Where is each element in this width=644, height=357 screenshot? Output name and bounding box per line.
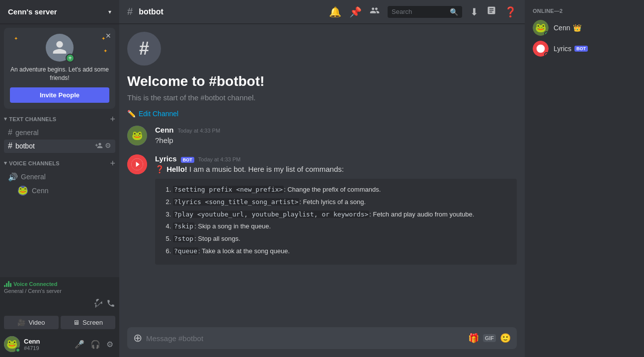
voice-channel-general[interactable]: 🔊 General [4, 170, 115, 184]
voice-member-cenn[interactable]: 🐸 Cenn [4, 184, 115, 197]
member-name-cenn: Cenn 👑 [554, 24, 581, 32]
online-status-dot [15, 348, 20, 353]
voice-deafen-icon[interactable] [93, 299, 102, 310]
lyrics-author: Lyrics [155, 154, 177, 163]
inbox-icon[interactable] [486, 5, 496, 18]
emoji-icon[interactable]: 🙂 [500, 333, 511, 344]
lyrics-time: Today at 4:33 PM [198, 156, 241, 162]
channel-hash-icon: # [127, 6, 133, 17]
member-lyrics[interactable]: Lyrics BOT [529, 39, 640, 59]
add-member-icon[interactable] [95, 142, 103, 151]
frog-icon: 🐸 [127, 126, 147, 145]
member-name-lyrics: Lyrics BOT [554, 45, 588, 53]
gift-icon[interactable]: 🎁 [468, 333, 479, 344]
headphones-icon[interactable]: 🎧 [88, 338, 102, 351]
add-icon: + [66, 54, 75, 63]
search-input[interactable] [392, 8, 447, 15]
voice-connected-status: Voice Connected [4, 281, 115, 287]
add-channel-icon[interactable]: + [110, 115, 115, 124]
lyrics-message-content: ❓ Hello! I am a music bot. Here is my li… [155, 164, 517, 175]
channel-header-name: botbot [139, 7, 163, 16]
messages-list: 🐸 Cenn Today at 4:33 PM ?help [119, 126, 525, 273]
crown-icon: 👑 [573, 24, 581, 32]
video-label: Video [28, 319, 45, 326]
user-bar: 🐸 Cenn #4719 🎤 🎧 ⚙ [0, 331, 119, 357]
settings-icon[interactable]: ⚙ [104, 338, 115, 351]
cenn-small-avatar: 🐸 [18, 186, 28, 196]
voice-member-avatar: 🐸 [18, 186, 28, 196]
message-time: Today at 4:33 PM [178, 128, 221, 134]
pin-icon[interactable]: 📌 [349, 6, 362, 18]
voice-channel-name: General [21, 173, 111, 181]
pencil-icon: ✏️ [127, 110, 136, 118]
person-icon [52, 40, 68, 56]
welcome-sub: This is the start of the #botbot channel… [127, 93, 517, 102]
member-cenn[interactable]: 🐸 Cenn 👑 [529, 18, 640, 38]
gif-button[interactable]: GIF [483, 334, 496, 342]
screen-button[interactable]: 🖥 Screen [61, 316, 115, 329]
speaker-icon: 🔊 [8, 172, 18, 182]
message-input-area: ⊕ 🎁 GIF 🙂 [119, 327, 525, 357]
hash-symbol: # [139, 38, 149, 59]
dnd-dot [544, 52, 549, 57]
search-icon: 🔍 [450, 8, 458, 16]
message-author: Cenn [155, 126, 174, 134]
channel-name-2: botbot [15, 142, 92, 150]
right-sidebar: ONLINE—2 🐸 Cenn 👑 Lyrics BOT [525, 0, 644, 357]
add-content-icon[interactable]: ⊕ [133, 332, 142, 345]
text-channels-header[interactable]: ▾ Text Channels + [0, 113, 119, 126]
search-box[interactable]: 🔍 [388, 6, 462, 18]
channel-welcome: # Welcome to #botbot! This is the start … [119, 32, 525, 126]
members-icon[interactable] [370, 5, 380, 18]
lyrics-member-avatar [533, 41, 549, 57]
online-dot [544, 31, 549, 36]
commands-list: ?setting prefix <new_prefix>: Change the… [163, 185, 509, 257]
notification-bell-icon[interactable]: 🔔 [329, 6, 341, 18]
message-body-2: Lyrics BOT Today at 4:33 PM ❓ Hello! I a… [155, 154, 517, 265]
hash-icon-2: # [8, 142, 12, 150]
gear-icon[interactable]: ⚙ [105, 142, 111, 151]
edit-channel-label: Edit Channel [139, 110, 178, 118]
help-icon[interactable]: ❓ [504, 6, 517, 18]
cenn-member-avatar: 🐸 [533, 20, 549, 36]
text-channels-section: ▾ Text Channels + # general # botbot [0, 113, 119, 153]
channel-header: # botbot 🔔 📌 🔍 ⬇ ❓ [119, 0, 525, 24]
sparkle-icon-tr: ✦ [101, 36, 105, 41]
chevron-icon-voice: ▾ [4, 160, 7, 166]
lyrics-avatar [127, 154, 147, 174]
screen-icon: 🖥 [73, 319, 80, 326]
user-bar-info: Cenn #4719 [24, 338, 69, 351]
discord-icon [536, 44, 546, 54]
phone-disconnect-icon[interactable] [106, 299, 115, 310]
welcome-hash-icon: # [127, 32, 161, 66]
hello-bold: Hello! [166, 165, 187, 173]
header-actions: 🔔 📌 🔍 ⬇ ❓ [329, 5, 517, 18]
svg-point-1 [537, 45, 545, 53]
main-content: # botbot 🔔 📌 🔍 ⬇ ❓ [119, 0, 525, 357]
channel-name: general [15, 129, 111, 137]
onboarding-card: ✕ ✦ ✦ + ✦ An adventure begins. Let's add… [4, 28, 115, 109]
voice-channels-header[interactable]: ▾ Voice Channels + [0, 157, 119, 170]
microphone-icon[interactable]: 🎤 [73, 338, 86, 351]
user-bar-name: Cenn [24, 338, 69, 345]
download-icon[interactable]: ⬇ [470, 6, 479, 18]
server-header[interactable]: Cenn's server ▾ [0, 0, 119, 24]
sparkle-icon-bl: ✦ [103, 48, 107, 54]
channel-botbot[interactable]: # botbot ⚙ [4, 140, 115, 153]
invite-people-button[interactable]: Invite People [10, 87, 109, 103]
video-button[interactable]: 🎥 Video [4, 316, 59, 329]
add-voice-channel-icon[interactable]: + [110, 159, 115, 168]
user-avatar: 🐸 [4, 336, 20, 352]
avatar-area: ✦ ✦ + ✦ [10, 34, 109, 62]
sparkle-icon: ✦ [14, 36, 18, 41]
sidebar-content: ✕ ✦ ✦ + ✦ An adventure begins. Let's add… [0, 24, 119, 277]
message-input[interactable] [146, 329, 464, 348]
edit-channel-button[interactable]: ✏️ Edit Channel [127, 110, 178, 118]
question-mark: ❓ [155, 165, 164, 173]
voice-bars-icon [4, 281, 11, 287]
onboarding-text: An adventure begins. Let's add some frie… [10, 66, 109, 82]
online-header: ONLINE—2 [529, 8, 640, 14]
channel-general[interactable]: # general [4, 126, 115, 139]
user-bar-discriminator: #4719 [24, 345, 69, 351]
voice-connected-bar: Voice Connected General / Cenn's server … [0, 277, 119, 331]
